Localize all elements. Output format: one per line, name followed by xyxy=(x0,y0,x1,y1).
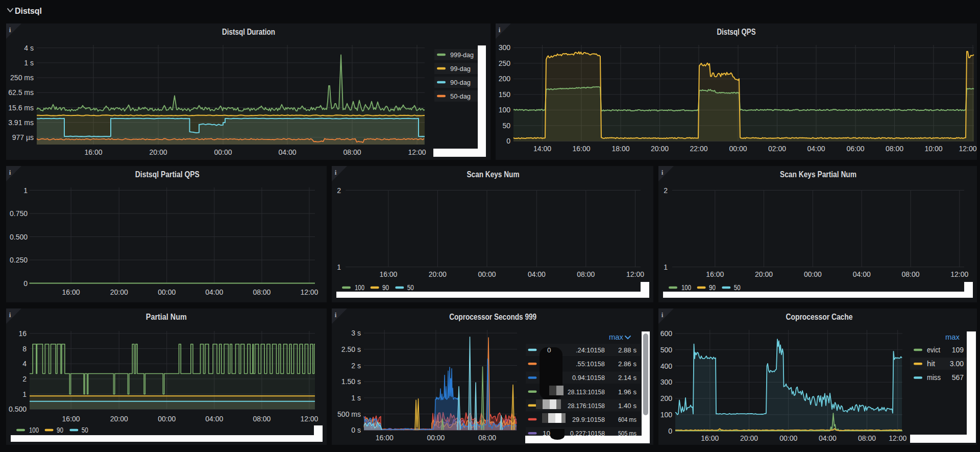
svg-text:29.9:10158: 29.9:10158 xyxy=(572,416,605,423)
svg-text:00:00: 00:00 xyxy=(427,434,445,442)
svg-text:300: 300 xyxy=(499,43,511,52)
svg-text:90-dag: 90-dag xyxy=(450,79,471,86)
svg-text:04:00: 04:00 xyxy=(807,145,825,153)
svg-text:2 s: 2 s xyxy=(351,362,361,370)
svg-text:1: 1 xyxy=(22,390,27,398)
svg-text:0.500: 0.500 xyxy=(10,233,28,241)
svg-text:0: 0 xyxy=(506,137,510,145)
svg-text:16:00: 16:00 xyxy=(62,415,80,423)
svg-text:1.40 s: 1.40 s xyxy=(618,402,636,410)
svg-text:0: 0 xyxy=(23,279,28,288)
svg-text:3.00: 3.00 xyxy=(950,360,964,368)
svg-text:50: 50 xyxy=(407,283,414,292)
svg-text:12:00: 12:00 xyxy=(408,148,426,156)
svg-text:99-dag: 99-dag xyxy=(450,65,471,73)
svg-text:02:00: 02:00 xyxy=(768,145,786,153)
svg-text:2.88 s: 2.88 s xyxy=(618,346,636,354)
svg-text:977 µs: 977 µs xyxy=(12,133,34,141)
svg-text:16:00: 16:00 xyxy=(376,434,394,442)
svg-text:12:00: 12:00 xyxy=(300,415,318,423)
svg-text:2: 2 xyxy=(22,375,27,383)
svg-text:2.50 s: 2.50 s xyxy=(341,345,361,353)
svg-text:16:00: 16:00 xyxy=(572,145,590,153)
svg-text:400: 400 xyxy=(660,362,673,370)
svg-text:06:00: 06:00 xyxy=(846,145,864,153)
svg-text:300: 300 xyxy=(660,378,673,386)
svg-text:1.50 s: 1.50 s xyxy=(341,377,361,386)
svg-text:28.176:10158: 28.176:10158 xyxy=(568,402,605,410)
svg-text:10:00: 10:00 xyxy=(924,145,942,153)
svg-text:90: 90 xyxy=(709,283,716,292)
svg-text:16:00: 16:00 xyxy=(706,270,724,278)
svg-text:Scan Keys Num: Scan Keys Num xyxy=(467,170,520,179)
svg-text:00:00: 00:00 xyxy=(158,288,176,296)
svg-text:.24:10158: .24:10158 xyxy=(576,346,605,354)
svg-text:i: i xyxy=(9,311,11,319)
svg-text:100: 100 xyxy=(29,426,39,434)
svg-text:250: 250 xyxy=(499,59,511,67)
svg-text:Partial Num: Partial Num xyxy=(146,312,187,321)
svg-text:250 ms: 250 ms xyxy=(10,74,34,82)
svg-text:20:00: 20:00 xyxy=(110,288,128,296)
svg-text:i: i xyxy=(662,169,664,176)
svg-text:00:00: 00:00 xyxy=(158,415,176,423)
svg-text:604 ms: 604 ms xyxy=(618,416,636,423)
svg-text:08:00: 08:00 xyxy=(253,415,271,423)
svg-text:22:00: 22:00 xyxy=(690,145,707,153)
svg-text:2.86 s: 2.86 s xyxy=(618,360,636,368)
svg-text:i: i xyxy=(662,311,664,319)
svg-text:08:00: 08:00 xyxy=(858,434,876,442)
svg-text:16:00: 16:00 xyxy=(84,148,102,156)
svg-text:4 s: 4 s xyxy=(24,44,34,52)
svg-text:evict: evict xyxy=(927,346,940,354)
svg-text:20:00: 20:00 xyxy=(740,434,758,442)
svg-text:04:00: 04:00 xyxy=(205,415,223,423)
svg-text:Scan Keys Partial Num: Scan Keys Partial Num xyxy=(780,170,856,179)
svg-text:max: max xyxy=(945,332,960,341)
svg-text:.55:10158: .55:10158 xyxy=(576,360,605,368)
svg-text:0: 0 xyxy=(668,427,672,435)
svg-text:20:00: 20:00 xyxy=(429,270,447,278)
svg-text:Coprocessor Cache: Coprocessor Cache xyxy=(786,312,853,321)
svg-text:15.6 ms: 15.6 ms xyxy=(8,104,34,112)
svg-text:08:00: 08:00 xyxy=(478,434,496,442)
svg-text:90: 90 xyxy=(57,426,63,434)
svg-text:hit: hit xyxy=(927,360,935,368)
svg-text:miss: miss xyxy=(927,373,941,382)
svg-text:50: 50 xyxy=(82,426,88,434)
svg-text:567: 567 xyxy=(952,373,964,382)
svg-text:i: i xyxy=(9,26,11,34)
svg-text:500: 500 xyxy=(660,346,673,354)
svg-text:50: 50 xyxy=(502,122,510,130)
svg-text:200: 200 xyxy=(499,75,511,83)
svg-text:0 s: 0 s xyxy=(351,426,361,434)
svg-text:20:00: 20:00 xyxy=(110,415,128,423)
svg-text:0.94:10158: 0.94:10158 xyxy=(572,374,605,382)
svg-text:20:00: 20:00 xyxy=(755,270,773,278)
svg-text:12:00: 12:00 xyxy=(959,145,976,153)
svg-text:i: i xyxy=(9,169,11,176)
svg-text:100: 100 xyxy=(355,283,364,292)
svg-text:100: 100 xyxy=(499,106,511,114)
svg-text:00:00: 00:00 xyxy=(478,270,496,278)
svg-text:1 s: 1 s xyxy=(351,394,361,402)
svg-text:62.5 ms: 62.5 ms xyxy=(8,88,34,97)
svg-text:50-dag: 50-dag xyxy=(450,92,471,100)
svg-text:08:00: 08:00 xyxy=(253,288,271,296)
svg-text:04:00: 04:00 xyxy=(853,270,871,278)
svg-text:20:00: 20:00 xyxy=(651,145,669,153)
svg-text:18:00: 18:00 xyxy=(611,145,629,153)
svg-text:150: 150 xyxy=(499,90,511,99)
svg-text:04:00: 04:00 xyxy=(528,270,546,278)
svg-text:12:00: 12:00 xyxy=(626,270,644,278)
svg-text:100: 100 xyxy=(660,411,673,419)
svg-text:0: 0 xyxy=(547,346,551,354)
svg-text:08:00: 08:00 xyxy=(886,145,903,153)
svg-text:20:00: 20:00 xyxy=(149,148,167,156)
svg-text:00:00: 00:00 xyxy=(779,434,797,442)
svg-text:04:00: 04:00 xyxy=(819,434,837,442)
svg-text:0.500: 0.500 xyxy=(9,405,27,413)
svg-text:1.96 s: 1.96 s xyxy=(618,388,636,396)
svg-text:08:00: 08:00 xyxy=(343,148,361,156)
svg-text:Distsql QPS: Distsql QPS xyxy=(717,27,756,36)
